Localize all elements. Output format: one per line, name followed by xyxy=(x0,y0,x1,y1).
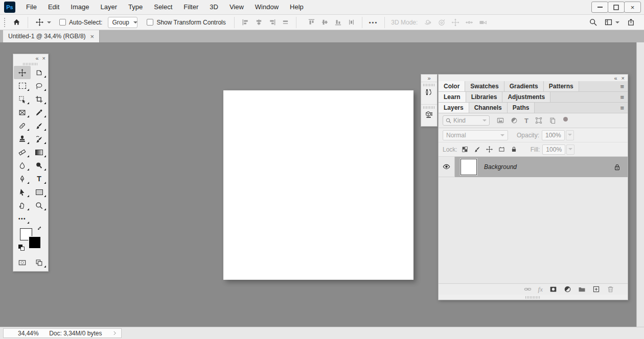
delete-layer-button[interactable] xyxy=(607,285,614,293)
link-layers-button[interactable] xyxy=(524,285,532,293)
3d-panel-button[interactable] xyxy=(421,104,437,127)
add-layer-mask-button[interactable] xyxy=(549,285,557,293)
smart-object-filter-button[interactable] xyxy=(549,117,556,124)
share-icon[interactable] xyxy=(627,18,635,26)
menu-3d[interactable]: 3D xyxy=(204,0,224,14)
menu-type[interactable]: Type xyxy=(123,0,148,14)
dock-resize-grip[interactable] xyxy=(439,295,628,300)
layer-filter-kind-dropdown[interactable]: Kind xyxy=(443,115,490,126)
panel-menu-icon[interactable]: ≡ xyxy=(620,81,628,91)
lock-artboard-nesting-button[interactable] xyxy=(498,146,505,153)
toolbox-drag-grip[interactable] xyxy=(23,63,38,65)
align-left-edges-button[interactable] xyxy=(242,18,249,26)
fill-value[interactable]: 100% xyxy=(542,144,565,155)
align-vertical-centers-button[interactable] xyxy=(321,18,329,26)
tab-gradients[interactable]: Gradients xyxy=(504,81,544,91)
blur-tool[interactable] xyxy=(14,159,31,172)
align-top-edges-button[interactable] xyxy=(308,18,315,26)
background-color-swatch[interactable] xyxy=(29,237,40,248)
maximize-button[interactable] xyxy=(608,2,625,13)
layer-row-background[interactable]: Background xyxy=(439,157,628,177)
new-adjustment-layer-button[interactable] xyxy=(564,285,571,293)
zoom-level-field[interactable]: 34,44% xyxy=(18,330,39,337)
rectangle-tool[interactable] xyxy=(31,185,48,199)
layer-thumbnail[interactable] xyxy=(461,159,477,175)
home-button[interactable] xyxy=(13,18,20,26)
panel-menu-icon[interactable]: ≡ xyxy=(620,92,628,102)
toolbox-close-icon[interactable]: × xyxy=(42,56,45,61)
align-right-edges-button[interactable] xyxy=(268,18,276,26)
align-bottom-edges-button[interactable] xyxy=(334,18,342,26)
eraser-tool[interactable] xyxy=(14,146,31,159)
fill-chevron[interactable] xyxy=(566,144,574,155)
crop-tool[interactable] xyxy=(31,92,48,106)
tool-preset-chevron-icon[interactable] xyxy=(47,21,51,26)
expand-panels-icon[interactable]: » xyxy=(427,76,430,81)
dock-close-icon[interactable]: × xyxy=(622,76,625,81)
new-group-button[interactable] xyxy=(578,285,586,293)
panel-menu-icon[interactable]: ≡ xyxy=(620,103,628,113)
adjustment-layer-filter-button[interactable] xyxy=(511,117,518,124)
search-icon[interactable] xyxy=(589,18,597,26)
distribute-vertical-centers-button[interactable] xyxy=(348,18,355,26)
tab-channels[interactable]: Channels xyxy=(469,103,508,113)
tab-color[interactable]: Color xyxy=(439,81,465,91)
path-selection-tool[interactable] xyxy=(14,185,31,199)
dock-collapse-icon[interactable]: « xyxy=(614,76,617,81)
menu-window[interactable]: Window xyxy=(249,0,284,14)
history-brush-tool[interactable] xyxy=(31,132,48,146)
eyedropper-tool[interactable] xyxy=(31,106,48,119)
tab-adjustments[interactable]: Adjustments xyxy=(502,92,550,102)
layer-effects-button[interactable]: fx xyxy=(538,285,543,294)
lock-all-button[interactable] xyxy=(511,146,517,153)
blend-mode-dropdown[interactable]: Normal xyxy=(443,130,508,140)
menu-file[interactable]: File xyxy=(20,0,42,14)
shape-layer-filter-button[interactable] xyxy=(535,117,542,124)
pen-tool[interactable] xyxy=(14,172,31,185)
layer-row-selected-area[interactable]: Background xyxy=(455,157,628,177)
lock-position-button[interactable] xyxy=(486,146,493,153)
document-canvas[interactable] xyxy=(223,90,413,280)
minimize-button[interactable] xyxy=(591,2,608,13)
screen-mode-button[interactable] xyxy=(31,256,48,269)
3d-pan-button[interactable] xyxy=(451,18,459,27)
opacity-value[interactable]: 100% xyxy=(542,130,565,140)
lasso-tool[interactable] xyxy=(31,79,48,92)
show-transform-checkbox[interactable] xyxy=(147,19,153,26)
type-tool[interactable]: T xyxy=(31,172,48,185)
move-tool-preset-icon[interactable] xyxy=(36,18,43,26)
hand-tool[interactable] xyxy=(14,199,31,212)
frame-tool[interactable] xyxy=(14,106,31,119)
type-layer-filter-button[interactable]: T xyxy=(524,117,528,125)
pixel-layer-filter-button[interactable] xyxy=(497,117,504,124)
3d-roll-button[interactable] xyxy=(438,18,446,27)
tab-paths[interactable]: Paths xyxy=(508,103,535,113)
more-align-options-button[interactable]: ••• xyxy=(369,19,378,26)
move-tool[interactable] xyxy=(14,66,31,79)
menu-filter[interactable]: Filter xyxy=(178,0,204,14)
auto-select-checkbox[interactable] xyxy=(59,19,66,26)
close-button[interactable]: × xyxy=(624,2,641,13)
default-colors-icon[interactable] xyxy=(18,245,25,251)
tab-layers[interactable]: Layers xyxy=(439,103,469,113)
brush-tool[interactable] xyxy=(31,119,48,132)
layer-visibility-toggle[interactable] xyxy=(439,157,455,177)
lock-transparent-pixels-button[interactable] xyxy=(462,146,468,153)
3d-dolly-button[interactable] xyxy=(479,18,487,27)
tab-patterns[interactable]: Patterns xyxy=(544,81,579,91)
zoom-tool[interactable] xyxy=(31,199,48,212)
quick-mask-mode-button[interactable] xyxy=(14,256,31,269)
layer-filtering-toggle[interactable] xyxy=(563,117,568,122)
menu-help[interactable]: Help xyxy=(284,0,309,14)
clone-stamp-tool[interactable] xyxy=(14,132,31,146)
artboard-tool[interactable] xyxy=(31,66,48,79)
workspace-switcher[interactable] xyxy=(605,18,619,26)
menu-layer[interactable]: Layer xyxy=(95,0,123,14)
toolbox-collapse-icon[interactable]: « xyxy=(35,56,38,61)
dodge-tool[interactable] xyxy=(31,159,48,172)
3d-slide-button[interactable] xyxy=(465,18,473,27)
swap-colors-icon[interactable] xyxy=(37,226,45,234)
menu-image[interactable]: Image xyxy=(65,0,95,14)
menu-view[interactable]: View xyxy=(224,0,249,14)
history-panel-button[interactable] xyxy=(421,82,437,104)
